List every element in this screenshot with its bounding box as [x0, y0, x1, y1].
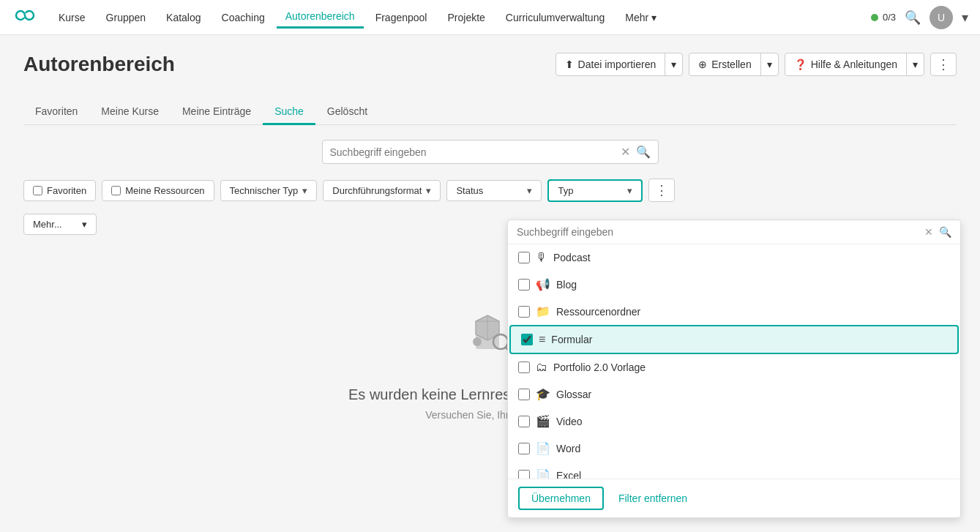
- help-button[interactable]: ❓ Hilfe & Anleitungen: [785, 53, 907, 75]
- word-icon: 📄: [536, 441, 550, 455]
- formular-checkbox[interactable]: [521, 334, 533, 345]
- create-dropdown-arrow[interactable]: ▾: [761, 53, 778, 75]
- help-dropdown-arrow[interactable]: ▾: [907, 53, 924, 75]
- tech-type-chevron-icon: ▾: [302, 185, 307, 196]
- tab-favoriten[interactable]: Favoriten: [23, 100, 89, 125]
- portfolio-label: Portfolio 2.0 Vorlage: [553, 361, 646, 373]
- tab-suche[interactable]: Suche: [263, 100, 315, 125]
- more-chevron-icon: ▾: [82, 219, 87, 230]
- nav-kurse[interactable]: Kurse: [50, 7, 94, 28]
- nav-coaching[interactable]: Coaching: [213, 7, 274, 28]
- tab-meine-kurse[interactable]: Meine Kurse: [89, 100, 171, 125]
- plus-icon: ⊕: [698, 59, 707, 70]
- page-title: Autorenbereich: [23, 53, 175, 76]
- create-button-group: ⊕ Erstellen ▾: [689, 53, 778, 76]
- exec-format-chevron-icon: ▾: [426, 185, 431, 196]
- dropdown-item-video[interactable]: 🎬 Video: [508, 408, 960, 435]
- word-checkbox[interactable]: [518, 443, 530, 454]
- search-icon[interactable]: 🔍: [905, 10, 921, 26]
- typ-dropdown-popup: ✕ 🔍 🎙 Podcast 📢 Blog 📁 Ressourcenordner …: [507, 220, 961, 482]
- logo[interactable]: [12, 7, 38, 29]
- dropdown-item-formular[interactable]: ≡ Formular: [509, 325, 959, 354]
- nav-mehr[interactable]: Mehr ▾: [616, 7, 665, 28]
- dropdown-item-word[interactable]: 📄 Word: [508, 435, 960, 462]
- dropdown-search-submit-icon[interactable]: 🔍: [939, 226, 951, 238]
- create-button[interactable]: ⊕ Erstellen: [689, 53, 760, 75]
- help-label: Hilfe & Anleitungen: [811, 59, 897, 70]
- search-input[interactable]: [330, 146, 615, 158]
- create-label: Erstellen: [711, 59, 751, 70]
- nav-status: 0/3: [871, 12, 896, 23]
- ressourcenordner-icon: 📁: [536, 304, 550, 318]
- video-checkbox[interactable]: [518, 416, 530, 427]
- excel-label: Excel: [556, 470, 581, 479]
- ressourcenordner-label: Ressourcenordner: [556, 306, 640, 318]
- glossar-icon: 🎓: [536, 387, 550, 401]
- tech-type-label: Technischer Typ: [230, 185, 299, 196]
- tab-geloescht[interactable]: Gelöscht: [315, 100, 379, 125]
- nav-katalog[interactable]: Katalog: [157, 7, 209, 28]
- filter-typ[interactable]: Typ ▾: [547, 179, 643, 202]
- status-count: 0/3: [883, 12, 896, 23]
- avatar[interactable]: U: [929, 6, 953, 29]
- portfolio-checkbox[interactable]: [518, 361, 530, 373]
- excel-checkbox[interactable]: [518, 470, 530, 479]
- blog-label: Blog: [556, 279, 577, 291]
- dropdown-item-blog[interactable]: 📢 Blog: [508, 271, 960, 298]
- search-box: ✕ 🔍: [322, 140, 659, 164]
- blog-checkbox[interactable]: [518, 279, 530, 291]
- svg-point-6: [473, 337, 482, 346]
- tab-bar: Favoriten Meine Kurse Meine Einträge Suc…: [23, 100, 957, 125]
- nav-autorenbereich[interactable]: Autorenbereich: [277, 6, 364, 29]
- nav-projekte[interactable]: Projekte: [438, 7, 493, 28]
- dropdown-item-portfolio[interactable]: 🗂 Portfolio 2.0 Vorlage: [508, 354, 960, 381]
- nav-items: Kurse Gruppen Katalog Coaching Autorenbe…: [50, 6, 871, 29]
- video-icon: 🎬: [536, 414, 550, 428]
- dropdown-item-podcast[interactable]: 🎙 Podcast: [508, 244, 960, 271]
- favorites-label: Favoriten: [47, 185, 86, 196]
- nav-curriculumverwaltung[interactable]: Curriculumverwaltung: [497, 7, 613, 28]
- status-dot: [871, 14, 878, 21]
- user-menu-chevron-icon[interactable]: ▾: [962, 10, 968, 26]
- filter-favorites[interactable]: Favoriten: [23, 180, 96, 201]
- podcast-icon: 🎙: [536, 251, 547, 264]
- my-resources-checkbox[interactable]: [111, 186, 121, 195]
- tab-meine-eintraege[interactable]: Meine Einträge: [171, 100, 263, 125]
- filter-tech-type[interactable]: Technischer Typ ▾: [220, 180, 318, 201]
- filter-exec-format[interactable]: Durchführungsformat ▾: [323, 180, 441, 201]
- search-clear-icon[interactable]: ✕: [621, 145, 630, 159]
- dropdown-footer: Übernehmen Filter entfernen: [508, 479, 960, 482]
- search-submit-icon[interactable]: 🔍: [636, 145, 651, 159]
- word-label: Word: [556, 443, 580, 454]
- import-dropdown-arrow[interactable]: ▾: [665, 53, 682, 75]
- my-resources-label: Meine Ressourcen: [125, 185, 204, 196]
- filter-status[interactable]: Status ▾: [446, 180, 542, 201]
- dropdown-item-glossar[interactable]: 🎓 Glossar: [508, 381, 960, 408]
- header-toolbar: ⬆ Datei importieren ▾ ⊕ Erstellen ▾ ❓ Hi…: [556, 53, 957, 76]
- formular-icon: ≡: [539, 333, 545, 346]
- glossar-checkbox[interactable]: [518, 389, 530, 400]
- status-label: Status: [456, 185, 483, 196]
- header-kebab-menu[interactable]: ⋮: [930, 53, 957, 76]
- filter-my-resources[interactable]: Meine Ressourcen: [102, 180, 214, 201]
- more-label: Mehr...: [33, 219, 62, 230]
- dropdown-items-list: 🎙 Podcast 📢 Blog 📁 Ressourcenordner ≡ Fo…: [508, 244, 960, 479]
- help-icon: ❓: [794, 59, 807, 70]
- podcast-checkbox[interactable]: [518, 252, 530, 263]
- dropdown-search-input[interactable]: [517, 226, 919, 238]
- dropdown-item-ressourcenordner[interactable]: 📁 Ressourcenordner: [508, 298, 960, 325]
- portfolio-icon: 🗂: [536, 361, 547, 374]
- exec-format-label: Durchführungsformat: [332, 185, 422, 196]
- help-button-group: ❓ Hilfe & Anleitungen ▾: [785, 53, 924, 76]
- import-button[interactable]: ⬆ Datei importieren: [556, 53, 666, 75]
- dropdown-search-row: ✕ 🔍: [508, 220, 960, 244]
- formular-label: Formular: [551, 334, 592, 345]
- filter-kebab-menu[interactable]: ⋮: [648, 179, 675, 202]
- nav-fragenpool[interactable]: Fragenpool: [367, 7, 436, 28]
- dropdown-item-excel[interactable]: 📄 Excel: [508, 462, 960, 479]
- nav-gruppen[interactable]: Gruppen: [97, 7, 154, 28]
- dropdown-search-clear-icon[interactable]: ✕: [924, 226, 933, 238]
- favorites-checkbox[interactable]: [33, 186, 42, 195]
- ressourcenordner-checkbox[interactable]: [518, 306, 530, 318]
- filter-more[interactable]: Mehr... ▾: [23, 214, 97, 235]
